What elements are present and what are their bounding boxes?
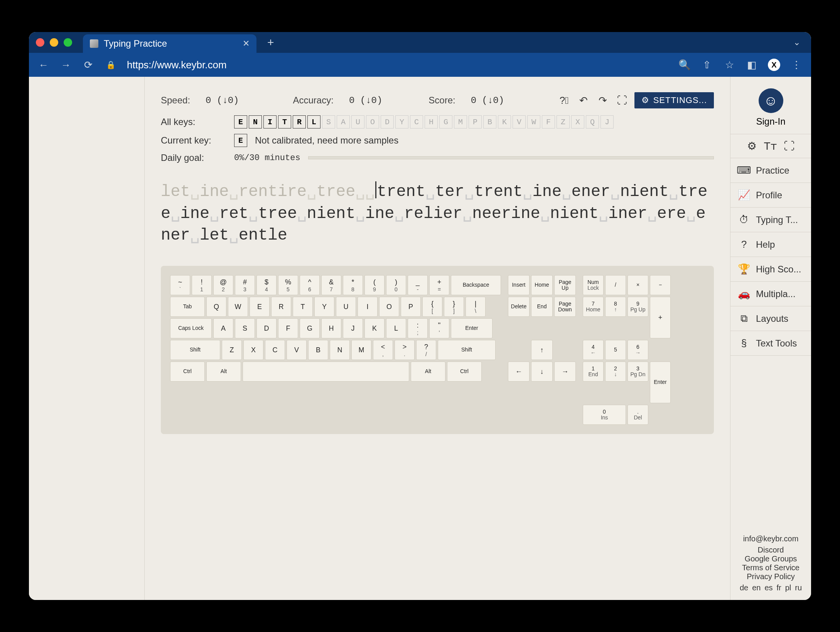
locale-link[interactable]: de — [740, 583, 748, 592]
sidebar-item[interactable]: 🏆High Sco... — [730, 257, 811, 282]
keyboard-key: P — [401, 297, 421, 317]
locale-link[interactable]: fr — [777, 583, 781, 592]
locale-link[interactable]: es — [764, 583, 773, 592]
search-icon[interactable]: 🔍 — [678, 59, 691, 71]
keyboard-key: Ctrl — [170, 362, 205, 382]
keyboard-key: Backspace — [451, 275, 501, 295]
keyboard-key: B — [308, 340, 328, 360]
nav-icon: ? — [738, 238, 750, 250]
keyboard-key: @2 — [213, 275, 233, 295]
key-chip[interactable]: Q — [586, 115, 599, 128]
new-tab-button[interactable]: + — [267, 36, 274, 49]
footer-email[interactable]: info@keybr.com — [734, 534, 807, 543]
current-key-chip: E — [234, 134, 247, 147]
key-chip[interactable]: T — [278, 115, 291, 128]
back-button[interactable]: ← — [37, 59, 50, 71]
key-chip[interactable]: K — [498, 115, 511, 128]
profile-avatar[interactable]: X — [768, 59, 780, 71]
redo-icon[interactable]: ↷ — [596, 93, 610, 107]
key-chip[interactable]: D — [381, 115, 394, 128]
keyboard-key: Tab — [170, 297, 205, 317]
footer-link[interactable]: Google Groups — [734, 554, 807, 563]
maximize-window-icon[interactable] — [64, 38, 72, 47]
key-chip[interactable]: B — [483, 115, 496, 128]
keyboard-nav: InsertHomePageUpDeleteEndPageDown ↑ ←↓→ — [508, 275, 576, 425]
keyboard-key: I — [358, 297, 378, 317]
close-tab-icon[interactable]: ✕ — [243, 39, 250, 49]
tabs-dropdown-icon[interactable]: ⌄ — [793, 37, 800, 47]
forward-button[interactable]: → — [60, 59, 72, 71]
key-chip[interactable]: M — [454, 115, 467, 128]
key-chip[interactable]: F — [542, 115, 555, 128]
key-chip[interactable]: W — [527, 115, 540, 128]
expand-icon[interactable]: ⛶ — [615, 93, 629, 107]
sidebar-item[interactable]: §Text Tools — [730, 331, 811, 356]
footer-link[interactable]: Privacy Policy — [734, 572, 807, 581]
reload-button[interactable]: ⟳ — [82, 59, 94, 71]
keyboard-key: Caps Lock — [170, 318, 212, 338]
keyboard-key: += — [429, 275, 449, 295]
fullscreen-icon[interactable]: ⛶ — [784, 140, 794, 152]
keyboard-key: E — [250, 297, 270, 317]
score-label: Score: — [428, 95, 455, 106]
nav-label: Text Tools — [756, 338, 797, 349]
key-chip[interactable]: J — [600, 115, 614, 128]
key-chip[interactable]: P — [469, 115, 482, 128]
keyboard-key: Alt — [411, 362, 445, 382]
sidebar-item[interactable]: 🚗Multipla... — [730, 282, 811, 306]
panel-icon[interactable]: ◧ — [746, 59, 758, 71]
signin-block[interactable]: ☺ Sign-In — [730, 88, 811, 134]
undo-icon[interactable]: ↶ — [577, 93, 590, 107]
text-size-icon[interactable]: Tᴛ — [764, 140, 776, 152]
keyboard-key: 6→ — [627, 340, 648, 360]
key-chip[interactable]: S — [322, 115, 335, 128]
typing-text[interactable]: let␣ine␣rentire␣tree␣␣trent␣ter␣trent␣in… — [161, 181, 714, 247]
keyboard-key: J — [343, 318, 363, 338]
sidebar: ☺ Sign-In ⚙ Tᴛ ⛶ ⌨Practice📈Profile⏱Typin… — [730, 77, 811, 600]
key-chip[interactable]: Z — [557, 115, 570, 128]
key-chip[interactable]: N — [249, 115, 262, 128]
key-chip[interactable]: V — [513, 115, 526, 128]
sidebar-item[interactable]: 📈Profile — [730, 183, 811, 208]
key-chip[interactable]: R — [293, 115, 306, 128]
sidebar-item[interactable]: ⏱Typing T... — [730, 208, 811, 232]
share-icon[interactable]: ⇧ — [701, 59, 713, 71]
key-chip[interactable]: U — [351, 115, 364, 128]
key-chip[interactable]: H — [425, 115, 438, 128]
locale-link[interactable]: ru — [795, 583, 802, 592]
footer-link[interactable]: Discord — [734, 546, 807, 554]
sidebar-item[interactable]: ⧉Layouts — [730, 306, 811, 331]
key-chip[interactable]: G — [439, 115, 452, 128]
footer-link[interactable]: Terms of Service — [734, 563, 807, 572]
sidebar-item[interactable]: ?Help — [730, 232, 811, 257]
locale-link[interactable]: pl — [785, 583, 791, 592]
bookmark-icon[interactable]: ☆ — [723, 59, 735, 71]
sidebar-item[interactable]: ⌨Practice — [730, 158, 811, 183]
keyboard-key: 2↓ — [605, 362, 626, 382]
key-chip[interactable]: L — [307, 115, 320, 128]
settings-button[interactable]: ⚙ SETTINGS... — [634, 92, 714, 108]
locale-link[interactable]: en — [752, 583, 761, 592]
key-chip[interactable]: A — [337, 115, 350, 128]
browser-tab[interactable]: Typing Practice ✕ — [83, 34, 256, 53]
nav-icon: ⏱ — [738, 214, 750, 226]
key-chip[interactable]: O — [366, 115, 379, 128]
more-menu-icon[interactable]: ⋮ — [790, 59, 803, 71]
key-chip[interactable]: I — [263, 115, 277, 128]
address-bar[interactable]: https://www.keybr.com — [127, 59, 668, 71]
close-window-icon[interactable] — [36, 38, 44, 47]
keyboard-key: {[ — [422, 297, 442, 317]
daily-goal-row: Daily goal: 0%/30 minutes — [161, 152, 714, 163]
nav-label: High Sco... — [756, 264, 801, 275]
keyboard-key: $4 — [256, 275, 277, 295]
user-face-icon: ☺ — [759, 88, 783, 113]
key-chip[interactable]: Y — [395, 115, 408, 128]
key-chip[interactable]: C — [410, 115, 423, 128]
key-chip[interactable]: X — [571, 115, 584, 128]
theme-icon[interactable]: ⚙ — [747, 140, 757, 152]
help-icon[interactable]: ?⃝ — [557, 93, 571, 107]
key-chip[interactable]: E — [234, 115, 247, 128]
main-content: Speed: 0 (↓0) Accuracy: 0 (↓0) Score: 0 … — [145, 77, 730, 600]
minimize-window-icon[interactable] — [50, 38, 58, 47]
keyboard-key: Shift — [438, 340, 496, 360]
